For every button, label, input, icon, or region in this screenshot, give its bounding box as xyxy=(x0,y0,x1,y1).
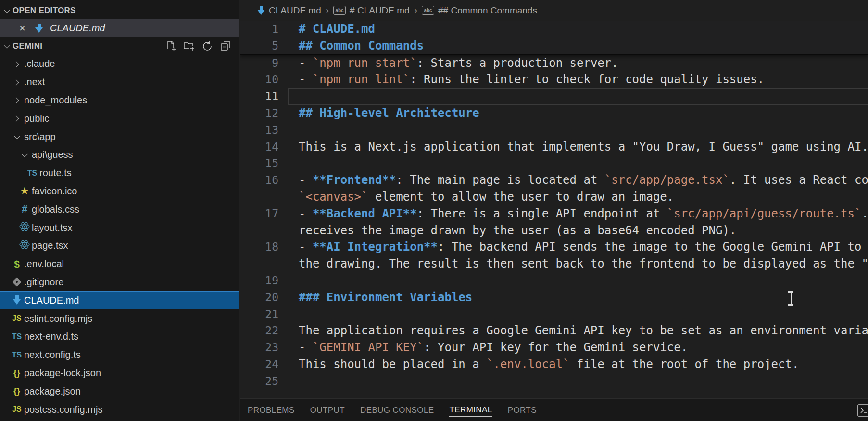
tree-item--claude[interactable]: .claude xyxy=(0,55,239,73)
new-file-icon[interactable] xyxy=(164,40,176,52)
file-icon-slot: {} xyxy=(10,386,24,396)
tree-item-label: .gitignore xyxy=(24,277,63,288)
editor-line[interactable]: 9- `npm run start`: Starts a production … xyxy=(240,55,868,72)
line-number: 14 xyxy=(240,139,278,155)
line-content: - **Frontend**: The main page is located… xyxy=(299,172,868,189)
new-folder-icon[interactable] xyxy=(183,40,195,52)
typescript-icon: TS xyxy=(12,351,22,359)
git-icon xyxy=(12,278,22,287)
vscode-window: OPEN EDITORS × CLAUDE.md GEMINI xyxy=(0,0,868,421)
editor-line[interactable]: 14This is a Next.js application that imp… xyxy=(240,139,868,155)
line-number: 16 xyxy=(240,172,278,189)
tree-item-globals-css[interactable]: #globals.css xyxy=(0,200,239,218)
line-number: 17 xyxy=(240,205,278,222)
tree-item--env-local[interactable]: $.env.local xyxy=(0,255,239,273)
tree-item-favicon-ico[interactable]: ★favicon.ico xyxy=(0,182,239,201)
collapse-all-icon[interactable] xyxy=(219,40,231,52)
line-content: receives the image drawn by the user (as… xyxy=(299,222,736,239)
tree-item-layout-tsx[interactable]: layout.tsx xyxy=(0,218,239,237)
editor-line[interactable]: 18- **AI Integration**: The backend API … xyxy=(240,239,868,255)
chevron-right-icon xyxy=(14,97,20,103)
chevron-down-icon xyxy=(4,8,10,13)
editor-line[interactable]: 25 xyxy=(240,373,868,390)
open-editors-header[interactable]: OPEN EDITORS xyxy=(0,2,239,19)
editor-line[interactable]: 22The application requires a Google Gemi… xyxy=(240,322,868,339)
line-number: 22 xyxy=(240,322,278,339)
explorer-section-header[interactable]: GEMINI xyxy=(0,37,239,55)
editor-line[interactable]: `<canvas>` element to allow the user to … xyxy=(240,189,868,205)
token-bold: **AI Integration** xyxy=(313,240,438,254)
line-number: 21 xyxy=(240,306,278,323)
editor-line[interactable]: 13 xyxy=(240,122,868,139)
panel-tab-terminal[interactable]: TERMINAL xyxy=(449,403,492,417)
token-text: - xyxy=(299,341,313,354)
editor-line[interactable]: 10- `npm run lint`: Runs the linter to c… xyxy=(240,71,868,88)
open-editor-item-claude-md[interactable]: × CLAUDE.md xyxy=(0,19,239,37)
tree-item-node-modules[interactable]: node_modules xyxy=(0,91,239,110)
open-terminal-icon[interactable] xyxy=(857,404,868,417)
line-number: 11 xyxy=(240,88,278,105)
tree-item-public[interactable]: public xyxy=(0,109,239,128)
editor-line[interactable]: 23- `GEMINI_API_KEY`: Your API key for t… xyxy=(240,339,868,356)
editor-line[interactable]: receives the image drawn by the user (as… xyxy=(240,222,868,239)
tree-item-next-env-d-ts[interactable]: TSnext-env.d.ts xyxy=(0,328,239,346)
tree-item-label: postcss.config.mjs xyxy=(24,404,102,415)
editor-line[interactable]: 24This should be placed in a `.env.local… xyxy=(240,356,868,373)
editor-line[interactable]: 15 xyxy=(240,155,868,172)
tree-item-api-guess[interactable]: api\guess xyxy=(0,146,239,164)
tree-item-claude-md[interactable]: CLAUDE.md xyxy=(0,291,239,309)
token-text: : The backend API sends the image to the… xyxy=(438,240,868,254)
file-icon-slot: TS xyxy=(25,169,39,178)
tree-item--next[interactable]: .next xyxy=(0,73,239,91)
editor-line[interactable]: 12## High-level Architecture xyxy=(240,105,868,122)
line-content: The application requires a Google Gemini… xyxy=(299,322,868,339)
tree-item-package-json[interactable]: {}package.json xyxy=(0,382,239,400)
refresh-icon[interactable] xyxy=(201,40,213,52)
token-text: : The main page is located at xyxy=(396,173,604,187)
line-number: 18 xyxy=(240,239,278,255)
editor-line-current[interactable]: 11 xyxy=(240,88,868,105)
token-code: `GEMINI_API_KEY` xyxy=(313,341,424,354)
react-icon xyxy=(19,221,30,235)
editor-line[interactable]: 1# CLAUDE.md xyxy=(240,21,868,38)
panel-tab-output[interactable]: OUTPUT xyxy=(310,404,345,417)
editor-line[interactable]: 5## Common Commands xyxy=(240,38,868,54)
tree-item-eslint-config-mjs[interactable]: JSeslint.config.mjs xyxy=(0,309,239,328)
editor-lines[interactable]: 9- `npm run start`: Starts a production … xyxy=(240,55,868,390)
panel-tab-ports[interactable]: PORTS xyxy=(508,404,537,417)
tree-item-route-ts[interactable]: TSroute.ts xyxy=(0,164,239,182)
editor-line[interactable]: 17- **Backend API**: There is a single A… xyxy=(240,205,868,222)
tree-item-package-lock-json[interactable]: {}package-lock.json xyxy=(0,364,239,383)
editor-line[interactable]: 16- **Frontend**: The main page is locat… xyxy=(240,172,868,189)
tree-item-postcss-config-mjs[interactable]: JSpostcss.config.mjs xyxy=(0,400,239,419)
sticky-scroll[interactable]: 1# CLAUDE.md5## Common Commands xyxy=(240,21,868,55)
tree-item-label: api\guess xyxy=(32,149,73,160)
editor-line[interactable]: 19 xyxy=(240,272,868,289)
markdown-file-icon xyxy=(32,24,46,33)
panel-tab-debug-console[interactable]: DEBUG CONSOLE xyxy=(360,404,434,417)
editor-line[interactable]: 20### Environment Variables xyxy=(240,289,868,306)
line-number: 15 xyxy=(240,155,278,172)
line-content: - `GEMINI_API_KEY`: Your API key for the… xyxy=(299,339,688,356)
token-code: `npm run start` xyxy=(313,56,417,70)
folder-chevron xyxy=(10,134,24,140)
breadcrumb-item[interactable]: abc# CLAUDE.md xyxy=(333,5,410,16)
file-icon-slot: TS xyxy=(10,351,24,359)
editor-pane[interactable]: 1# CLAUDE.md5## Common Commands 9- `npm … xyxy=(240,21,868,398)
tree-item-next-config-ts[interactable]: TSnext.config.ts xyxy=(0,346,239,364)
line-number: 10 xyxy=(240,71,278,88)
editor-line[interactable]: the drawing. The result is then sent bac… xyxy=(240,255,868,272)
tree-item--gitignore[interactable]: .gitignore xyxy=(0,273,239,292)
line-number: 1 xyxy=(240,21,278,38)
panel-tab-problems[interactable]: PROBLEMS xyxy=(248,404,295,417)
tree-item-src-app[interactable]: src\app xyxy=(0,128,239,146)
line-content: - `npm run lint`: Runs the linter to che… xyxy=(299,71,764,88)
tree-item-label: favicon.ico xyxy=(32,186,77,197)
breadcrumb-item[interactable]: abc## Common Commands xyxy=(422,5,537,16)
editor-line[interactable]: 21 xyxy=(240,306,868,323)
tree-item-label: page.tsx xyxy=(32,240,68,251)
breadcrumb-item[interactable]: CLAUDE.md xyxy=(257,5,321,16)
token-code: `.env.local` xyxy=(486,357,569,371)
close-icon[interactable]: × xyxy=(19,22,32,35)
tree-item-page-tsx[interactable]: page.tsx xyxy=(0,237,239,255)
